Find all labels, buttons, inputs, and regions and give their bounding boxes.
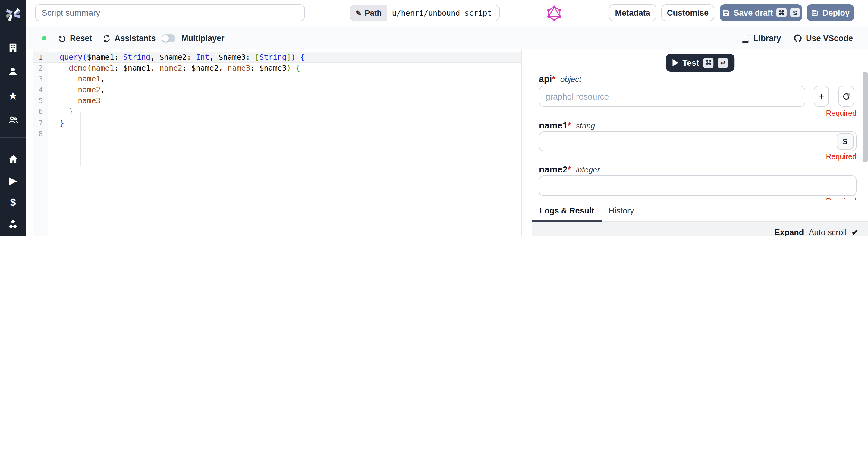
name1-input-wrap: $ — [539, 131, 857, 151]
field-name: name1 — [539, 120, 567, 130]
sidebar-item-favorites[interactable]: ★ — [0, 88, 26, 104]
home-icon — [7, 153, 19, 164]
name1-input[interactable] — [539, 131, 857, 151]
dollar-icon: $ — [10, 197, 16, 207]
code-line[interactable]: 7} — [33, 117, 521, 128]
line-number: 6 — [33, 107, 43, 117]
sidebar-item-user[interactable] — [0, 64, 26, 79]
code-editor[interactable]: 1query($name1: String, $name2: Int, $nam… — [33, 50, 522, 235]
line-number: 3 — [33, 73, 43, 84]
sidebar-item-resources[interactable] — [0, 216, 26, 232]
code-text: name1, — [60, 73, 105, 84]
path-label-text: Path — [365, 8, 381, 18]
refresh-resource-button[interactable] — [838, 86, 854, 107]
refresh-icon — [842, 92, 850, 100]
script-args-form: api* object + Required name1* string — [532, 50, 860, 200]
field-label-name2: name2* integer — [539, 164, 600, 174]
multiplayer-label: Multiplayer — [181, 34, 224, 43]
status-dot — [42, 36, 46, 40]
variable-picker-button[interactable]: $ — [837, 133, 854, 149]
star-icon: ★ — [8, 90, 18, 101]
save-icon — [722, 9, 730, 17]
line-number: 8 — [33, 128, 43, 139]
autoscroll-checkbox[interactable]: ✔ — [851, 227, 858, 235]
line-number: 5 — [33, 96, 43, 107]
code-text: name3 — [60, 96, 101, 107]
code-line[interactable]: 3 name1, — [33, 73, 521, 84]
field-type: string — [576, 121, 595, 130]
path-badge[interactable]: ✎ Path u/henri/unbound_script — [350, 5, 500, 21]
toggle-switch[interactable] — [161, 34, 176, 42]
graphql-logo-icon — [547, 5, 562, 22]
deploy-label: Deploy — [823, 8, 849, 17]
windmill-script-editor: ★ ▶ $ ⚙ ⚙ — [0, 0, 868, 235]
code-text: } — [60, 107, 73, 117]
users-icon — [7, 114, 19, 125]
library-button[interactable]: Library — [741, 27, 781, 50]
multiplayer-toggle[interactable] — [161, 27, 176, 50]
reset-icon — [58, 34, 66, 42]
windmill-logo-icon[interactable] — [4, 5, 22, 22]
assistants-icon — [102, 34, 111, 42]
code-line[interactable]: 6 } — [33, 107, 521, 117]
required-hint-name1: Required — [826, 153, 857, 161]
reset-label: Reset — [70, 34, 92, 43]
path-value: u/henri/unbound_script — [387, 5, 496, 21]
pencil-icon: ✎ — [355, 9, 362, 17]
cmd-key-badge: ⌘ — [777, 8, 786, 18]
sidebar-divider — [0, 137, 26, 138]
s-key-badge: S — [790, 8, 800, 18]
field-type: integer — [576, 165, 600, 174]
line-number: 2 — [33, 63, 43, 73]
field-name: api — [539, 73, 552, 84]
code-line[interactable]: 1query($name1: String, $name2: Int, $nam… — [33, 52, 521, 63]
code-line[interactable]: 8 — [33, 128, 521, 139]
save-draft-label: Save draft — [734, 8, 773, 17]
code-lines: 1query($name1: String, $name2: Int, $nam… — [33, 52, 521, 139]
metadata-label: Metadata — [615, 8, 650, 17]
dollar-icon: $ — [843, 137, 847, 146]
use-vscode-button[interactable]: Use VScode — [793, 27, 853, 50]
api-resource-input[interactable] — [539, 86, 805, 107]
sidebar-item-home[interactable] — [0, 151, 26, 167]
required-star: * — [552, 73, 555, 84]
code-line[interactable]: 4 name2, — [33, 85, 521, 96]
multiplayer-label-item: Multiplayer — [181, 27, 224, 50]
deploy-button[interactable]: Deploy — [807, 4, 854, 21]
sidebar-item-workspace[interactable] — [0, 40, 26, 56]
code-text: query($name1: String, $name2: Int, $name… — [60, 52, 305, 63]
reset-button[interactable]: Reset — [58, 27, 92, 50]
path-label[interactable]: ✎ Path — [350, 5, 387, 21]
form-scrollbar[interactable] — [863, 72, 868, 162]
right-panel: Test ⌘ ↵ api* object + Required — [532, 50, 868, 235]
tab-history[interactable]: History — [601, 200, 641, 221]
field-label-name1: name1* string — [539, 120, 595, 130]
customise-label: Customise — [667, 8, 709, 17]
required-hint-name2: Required — [826, 197, 857, 200]
result-tabbar: Logs & Result History — [532, 200, 868, 222]
play-icon: ▶ — [9, 176, 17, 186]
code-text: name2, — [60, 85, 105, 96]
sidebar-item-variables[interactable]: $ — [0, 194, 26, 210]
autoscroll-label[interactable]: Auto scroll — [809, 228, 846, 235]
sidebar-item-runs[interactable]: ▶ — [0, 173, 26, 188]
code-line[interactable]: 5 name3 — [33, 96, 521, 107]
tab-logs-result[interactable]: Logs & Result — [532, 200, 601, 221]
line-number: 7 — [33, 117, 43, 128]
add-resource-button[interactable]: + — [814, 86, 829, 107]
code-line[interactable]: 2 demo(name1: $name1, name2: $name2, nam… — [33, 63, 521, 73]
save-draft-button[interactable]: Save draft ⌘ S — [720, 4, 802, 21]
metadata-button[interactable]: Metadata — [609, 4, 656, 21]
script-summary-input[interactable] — [35, 4, 305, 21]
library-label: Library — [753, 34, 781, 43]
customise-button[interactable]: Customise — [661, 4, 714, 21]
sidebar-item-groups[interactable] — [0, 112, 26, 127]
name2-input[interactable] — [539, 176, 857, 196]
required-star: * — [567, 164, 571, 174]
field-type: object — [560, 75, 581, 84]
assistants-button[interactable]: Assistants — [102, 27, 156, 50]
required-hint-api: Required — [826, 109, 857, 118]
expand-button[interactable]: Expand — [775, 228, 804, 235]
sidebar: ★ ▶ $ ⚙ ⚙ — [0, 0, 26, 235]
code-text: } — [60, 117, 64, 128]
